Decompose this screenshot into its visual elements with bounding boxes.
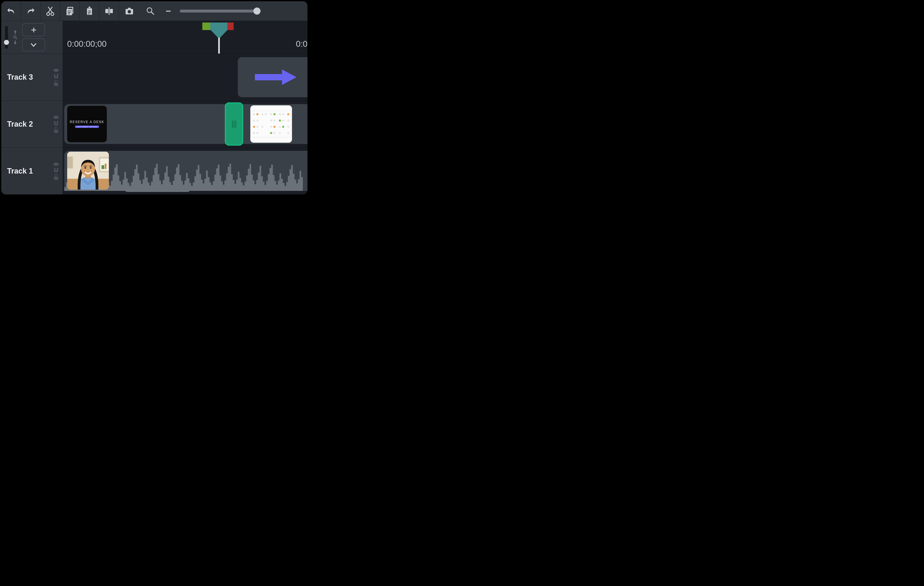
svg-point-47: [279, 119, 281, 122]
svg-point-34: [253, 113, 255, 116]
svg-point-55: [279, 126, 281, 128]
magnet-icon[interactable]: [53, 168, 59, 173]
svg-point-49: [287, 119, 289, 122]
svg-rect-4: [68, 11, 71, 11]
svg-rect-68: [105, 163, 106, 169]
marker-in[interactable]: [202, 23, 210, 30]
scissors-icon: [45, 6, 55, 16]
clip-title-card[interactable]: RESERVE A DESK SEATFINDER TRAINING: [67, 106, 107, 142]
svg-rect-66: [100, 158, 109, 171]
svg-point-23: [13, 36, 16, 38]
track-header-2[interactable]: Track 2: [1, 101, 63, 148]
minus-icon: [165, 8, 172, 15]
paste-button[interactable]: [80, 1, 99, 21]
svg-rect-15: [106, 9, 108, 13]
timeline-editor: 0:00:00;00 0:0 Track 3 Track 2: [0, 0, 309, 196]
chevron-down-icon: [30, 41, 37, 48]
svg-point-42: [287, 113, 289, 116]
track-lane-2[interactable]: RESERVE A DESK SEATFINDER TRAINING: [63, 101, 307, 148]
eye-icon[interactable]: [53, 68, 59, 73]
svg-point-35: [256, 113, 258, 116]
snapshot-button[interactable]: [119, 1, 140, 21]
vertical-zoom-icon: [13, 30, 18, 45]
track-height-slider[interactable]: [5, 26, 8, 49]
track-ops: [22, 23, 45, 51]
clip-arrow-annotation[interactable]: [238, 57, 307, 97]
grip-lines-icon: [232, 121, 236, 128]
svg-rect-6: [68, 13, 70, 14]
magnet-icon[interactable]: [53, 121, 59, 126]
zoom-slider[interactable]: [180, 10, 257, 13]
svg-point-74: [90, 167, 92, 168]
track-headers: Track 3 Track 2 Track 1: [1, 54, 63, 195]
svg-point-43: [253, 119, 255, 122]
lock-open-icon[interactable]: [54, 174, 59, 180]
svg-point-19: [128, 10, 131, 13]
track-header-1[interactable]: Track 1: [1, 148, 63, 195]
redo-button[interactable]: [21, 1, 40, 21]
clip-transition-handle[interactable]: [225, 102, 243, 146]
lock-open-icon[interactable]: [54, 80, 59, 86]
svg-point-53: [270, 126, 272, 128]
magnet-icon[interactable]: [53, 74, 59, 79]
floorplan-icon: [250, 106, 292, 143]
svg-line-24: [16, 38, 17, 39]
lock-open-icon[interactable]: [54, 127, 59, 133]
marker-out[interactable]: [227, 23, 234, 30]
eye-icon[interactable]: [53, 115, 59, 119]
svg-point-57: [287, 126, 289, 128]
svg-point-51: [256, 126, 258, 128]
track-lane-3[interactable]: [63, 54, 307, 101]
playhead-line[interactable]: [218, 38, 220, 54]
svg-point-58: [253, 132, 255, 134]
track-header-3[interactable]: Track 3: [1, 54, 63, 101]
svg-line-21: [151, 12, 153, 14]
zoom-out-button[interactable]: [165, 8, 172, 15]
zoom-slider-thumb[interactable]: [253, 8, 261, 15]
svg-rect-31: [54, 177, 58, 180]
svg-rect-12: [88, 13, 90, 14]
svg-rect-16: [110, 9, 113, 13]
svg-point-30: [53, 162, 59, 166]
title-card-text: RESERVE A DESK: [70, 120, 104, 124]
camera-icon: [124, 6, 134, 16]
svg-point-61: [274, 132, 276, 134]
svg-point-56: [282, 126, 284, 128]
magnifier-small-icon: [13, 35, 18, 40]
svg-point-37: [265, 113, 267, 116]
arrow-down-icon: [13, 40, 18, 45]
svg-point-62: [279, 132, 281, 134]
undo-button[interactable]: [1, 1, 21, 21]
track-lane-1[interactable]: [63, 147, 307, 195]
svg-point-0: [47, 13, 50, 15]
svg-rect-29: [54, 130, 58, 133]
clip-video-thumb[interactable]: [67, 152, 109, 190]
svg-point-59: [256, 132, 258, 134]
magnifier-icon: [146, 7, 155, 15]
marker-strip[interactable]: [202, 23, 234, 30]
svg-rect-10: [88, 11, 91, 11]
timecode-start: 0:00:00;00: [63, 39, 107, 54]
track-controls: [53, 68, 59, 86]
eye-icon[interactable]: [53, 162, 59, 166]
cut-button[interactable]: [40, 1, 60, 21]
svg-point-73: [84, 167, 86, 168]
track-name: Track 3: [7, 73, 49, 82]
track-height-thumb[interactable]: [4, 40, 9, 45]
svg-rect-22: [166, 10, 171, 12]
timecode-end-partial: 0:0: [296, 39, 307, 49]
undo-icon: [6, 6, 16, 16]
clip-floorplan-thumb[interactable]: [250, 106, 292, 143]
playhead-top[interactable]: [210, 23, 227, 30]
add-track-button[interactable]: [22, 23, 45, 36]
zoom-tool-button[interactable]: [146, 7, 155, 15]
split-button[interactable]: [99, 1, 119, 21]
arrow-right-icon: [253, 68, 299, 87]
copy-button[interactable]: [60, 1, 80, 21]
expand-tracks-button[interactable]: [22, 38, 45, 51]
zoom-controls: [146, 7, 307, 15]
svg-point-39: [274, 113, 276, 116]
svg-point-41: [282, 113, 284, 116]
timeline-ruler[interactable]: 0:00:00;00 0:0: [63, 21, 307, 54]
clipboard-icon: [84, 6, 94, 16]
